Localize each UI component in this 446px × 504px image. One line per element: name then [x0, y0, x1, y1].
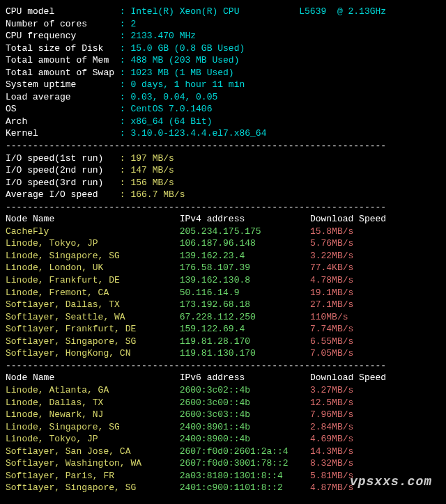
- sysinfo-row: Total amount of Swap : 1023 MB (1 MB Use…: [6, 67, 440, 79]
- io-row: I/O speed(3rd run) : 156 MB/s: [6, 177, 440, 189]
- speed-row: Linode, London, UK 176.58.107.39 77.4KB/…: [6, 262, 440, 274]
- io-row: I/O speed(2nd run) : 147 MB/s: [6, 164, 440, 177]
- sysinfo-row: Load average : 0.03, 0.04, 0.05: [6, 91, 440, 104]
- ipv6-header: Node Name IPv6 address Download Speed: [6, 372, 440, 384]
- io-row: Average I/O speed : 166.7 MB/s: [6, 189, 440, 201]
- speed-row: Linode, Dallas, TX 2600:3c00::4b 12.5MB/…: [6, 397, 440, 409]
- speed-row: Softlayer, Washington, WA 2607:f0d0:3001…: [6, 457, 440, 470]
- ipv4-header: Node Name IPv4 address Download Speed: [6, 213, 440, 226]
- system-info-block: CPU model : Intel(R) Xeon(R) CPU L5639 @…: [6, 6, 440, 140]
- terminal-output: { "sysinfo": [ {"label":"CPU model ","va…: [6, 6, 440, 494]
- sysinfo-row: Arch : x86_64 (64 Bit): [6, 116, 440, 128]
- speed-row: Softlayer, HongKong, CN 119.81.130.170 7…: [6, 347, 440, 360]
- io-row: I/O speed(1st run) : 197 MB/s: [6, 152, 440, 165]
- speed-row: Softlayer, Frankfurt, DE 159.122.69.4 7.…: [6, 323, 440, 336]
- speed-row: Linode, Atlanta, GA 2600:3c02::4b 3.27MB…: [6, 384, 440, 397]
- speed-row: Softlayer, Dallas, TX 173.192.68.18 27.1…: [6, 299, 440, 311]
- speed-row: Linode, Singapore, SG 139.162.23.4 3.22M…: [6, 250, 440, 262]
- watermark: vpsxxs.com: [350, 473, 432, 490]
- sysinfo-row: CPU frequency : 2133.470 MHz: [6, 30, 440, 42]
- sysinfo-row: Kernel : 3.10.0-123.4.4.el7.x86_64: [6, 127, 440, 140]
- sysinfo-row: CPU model : Intel(R) Xeon(R) CPU L5639 @…: [6, 6, 440, 18]
- speed-row: Softlayer, San Jose, CA 2607:f0d0:2601:2…: [6, 446, 440, 458]
- speed-row: Linode, Newark, NJ 2600:3c03::4b 7.96MB/…: [6, 409, 440, 421]
- sysinfo-row: System uptime : 0 days, 1 hour 11 min: [6, 79, 440, 91]
- divider: ----------------------------------------…: [6, 360, 440, 372]
- divider: ----------------------------------------…: [6, 201, 440, 214]
- speed-row: CacheFly 205.234.175.175 15.8MB/s: [6, 226, 440, 238]
- speed-row: Softlayer, Seattle, WA 67.228.112.250 11…: [6, 311, 440, 324]
- sysinfo-row: Total amount of Mem : 488 MB (203 MB Use…: [6, 54, 440, 67]
- ipv4-table: CacheFly 205.234.175.175 15.8MB/sLinode,…: [6, 226, 440, 360]
- sysinfo-row: OS : CentOS 7.0.1406: [6, 103, 440, 116]
- speed-row: Linode, Singapore, SG 2400:8901::4b 2.84…: [6, 421, 440, 434]
- sysinfo-row: Number of cores : 2: [6, 18, 440, 31]
- sysinfo-row: Total size of Disk : 15.0 GB (0.8 GB Use…: [6, 42, 440, 55]
- speed-row: Linode, Fremont, CA 50.116.14.9 19.1MB/s: [6, 287, 440, 299]
- speed-row: Softlayer, Singapore, SG 119.81.28.170 6…: [6, 336, 440, 348]
- speed-row: Linode, Frankfurt, DE 139.162.130.8 4.78…: [6, 274, 440, 287]
- io-speed-block: I/O speed(1st run) : 197 MB/sI/O speed(2…: [6, 152, 440, 201]
- divider: ----------------------------------------…: [6, 140, 440, 152]
- speed-row: Linode, Tokyo, JP 106.187.96.148 5.76MB/…: [6, 237, 440, 250]
- speed-row: Linode, Tokyo, JP 2400:8900::4b 4.69MB/s: [6, 433, 440, 446]
